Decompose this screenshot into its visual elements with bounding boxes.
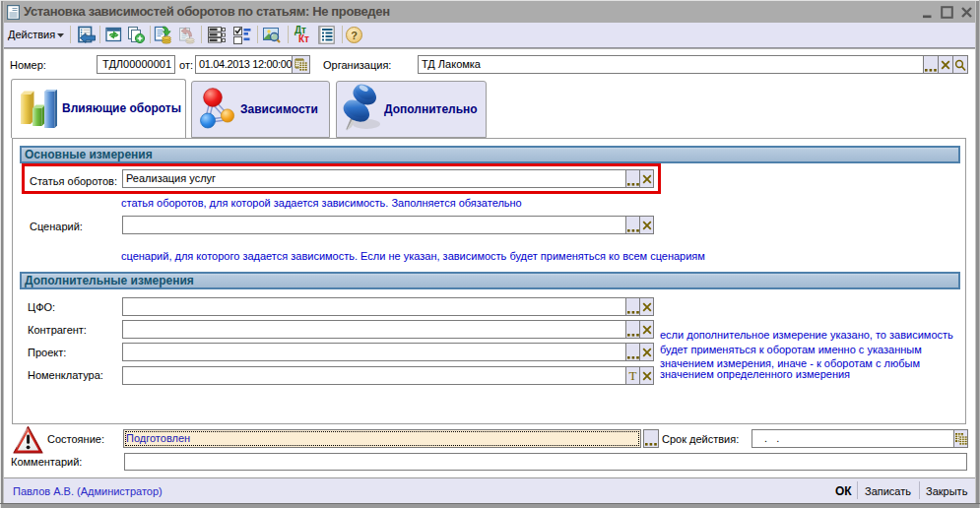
svg-text:?: ? — [351, 30, 358, 41]
